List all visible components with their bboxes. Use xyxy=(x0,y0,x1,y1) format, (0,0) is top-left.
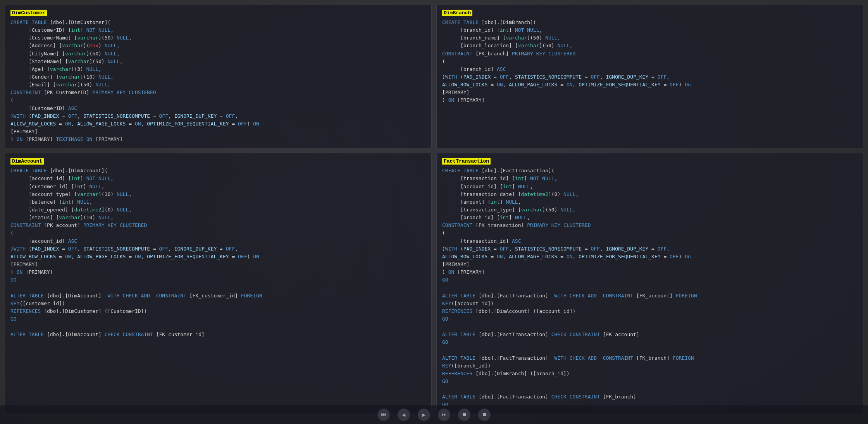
toolbar-record-icon[interactable]: ⏺ xyxy=(458,409,470,421)
toolbar-skip-back-icon[interactable]: ⏮ xyxy=(377,409,390,421)
dimbranch-panel: DimBranch CREATE TABLE [dbo].[DimBranch]… xyxy=(436,5,863,148)
toolbar-stop-icon[interactable]: ⏹ xyxy=(478,409,491,421)
dimcustomer-panel: DimCustomer CREATE TABLE [dbo].[DimCusto… xyxy=(5,5,432,148)
toolbar-forward-icon[interactable]: ▶ xyxy=(418,409,430,421)
facttransaction-panel: FactTransaction CREATE TABLE [dbo].[Fact… xyxy=(436,153,863,414)
toolbar: ⏮ ◀ ▶ ⏭ ⏺ ⏹ xyxy=(0,405,868,424)
dimaccount-panel: DimAccount CREATE TABLE [dbo].[DimAccoun… xyxy=(5,153,432,414)
toolbar-rewind-icon[interactable]: ◀ xyxy=(398,409,410,421)
facttransaction-title: FactTransaction xyxy=(442,158,491,165)
dimaccount-code: CREATE TABLE [dbo].[DimAccount]( [accoun… xyxy=(10,167,426,338)
dimbranch-title: DimBranch xyxy=(442,10,472,16)
dimcustomer-title: DimCustomer xyxy=(10,10,47,16)
facttransaction-code: CREATE TABLE [dbo].[FactTransaction]( [t… xyxy=(442,167,858,409)
dimaccount-title: DimAccount xyxy=(10,158,44,165)
toolbar-skip-forward-icon[interactable]: ⏭ xyxy=(438,409,450,421)
dimcustomer-code: CREATE TABLE [dbo].[DimCustomer]( [Custo… xyxy=(10,19,426,143)
dimbranch-code: CREATE TABLE [dbo].[DimBranch]( [branch_… xyxy=(442,19,858,105)
